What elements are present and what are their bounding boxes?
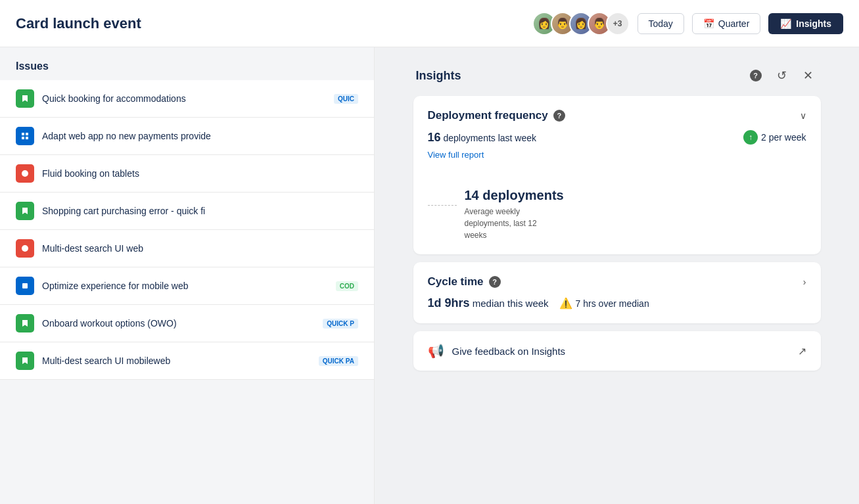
card-title-row: Cycle time ? xyxy=(428,275,501,288)
issue-text: Multi-dest search UI mobileweb xyxy=(42,355,311,366)
cycle-time-card: Cycle time ? › 1d 9hrs median this week … xyxy=(413,262,821,323)
deployment-frequency-card: Deployment frequency ? ∨ 16 deployments … xyxy=(413,96,821,254)
svg-rect-2 xyxy=(22,137,24,139)
issue-text: Adapt web app no new payments provide xyxy=(42,131,358,141)
issue-badge: QUICK PA xyxy=(319,356,358,366)
cycle-time-stats: 1d 9hrs median this week ⚠️ 7 hrs over m… xyxy=(428,296,806,310)
deployment-stats: 16 deployments last week ↑ 2 per week xyxy=(428,130,806,145)
feedback-left: 📢 Give feedback on Insights xyxy=(428,343,566,359)
issue-badge: QUICK P xyxy=(323,319,358,329)
list-item[interactable]: Quick booking for accommodations QUIC xyxy=(0,80,374,118)
chart-label: 14 deployments Average weeklydeployments… xyxy=(465,188,564,241)
svg-point-5 xyxy=(22,245,28,252)
external-link-icon: ↗ xyxy=(798,345,806,357)
card-title: Cycle time xyxy=(428,275,484,288)
issue-text: Quick booking for accommodations xyxy=(42,93,326,104)
card-header: Cycle time ? › xyxy=(428,275,806,288)
deployment-collapse-chevron[interactable]: ∨ xyxy=(800,110,806,121)
svg-rect-1 xyxy=(26,133,28,135)
insights-panel-title: Insights xyxy=(416,69,461,83)
issue-icon-square xyxy=(16,277,34,295)
svg-rect-0 xyxy=(22,133,24,135)
feedback-label: Give feedback on Insights xyxy=(452,346,566,357)
issue-icon-bookmark xyxy=(16,89,34,108)
insights-container: Insights ? ↺ ✕ Deployment xyxy=(413,60,821,371)
today-button[interactable]: Today xyxy=(638,13,684,34)
avatar-group: 👩 👨 👩 👨 +3 xyxy=(532,12,630,35)
megaphone-icon: 📢 xyxy=(428,343,444,359)
feedback-card[interactable]: 📢 Give feedback on Insights ↗ xyxy=(413,331,821,371)
insights-panel-icons: ? ↺ ✕ xyxy=(746,66,818,85)
chart-bars xyxy=(428,169,457,241)
issue-icon-bookmark xyxy=(16,352,34,370)
issue-icon-bookmark xyxy=(16,314,34,332)
main-layout: Issues Quick booking for accommodations … xyxy=(0,47,859,504)
issue-text: Optimize experience for mobile web xyxy=(42,281,328,291)
refresh-icon: ↺ xyxy=(777,68,787,83)
cycle-time-help-icon[interactable]: ? xyxy=(489,276,501,288)
issue-icon-circle xyxy=(16,164,34,183)
deployment-help-icon[interactable]: ? xyxy=(553,110,565,122)
refresh-button[interactable]: ↺ xyxy=(772,66,792,85)
calendar-icon: 📅 xyxy=(703,18,714,29)
up-arrow-icon: ↑ xyxy=(743,130,758,145)
issue-text: Shopping cart purchasing error - quick f… xyxy=(42,206,358,216)
close-button[interactable]: ✕ xyxy=(799,66,818,85)
issue-icon-grid xyxy=(16,127,34,145)
insights-panel: Insights ? ↺ ✕ Deployment xyxy=(375,47,859,504)
svg-rect-6 xyxy=(22,283,28,288)
svg-rect-3 xyxy=(26,137,28,139)
card-title: Deployment frequency xyxy=(428,109,548,122)
list-item[interactable]: Multi-dest search UI web xyxy=(0,230,374,267)
cycle-time-median: 1d 9hrs median this week xyxy=(428,296,549,310)
cycle-time-expand-chevron[interactable]: › xyxy=(803,277,806,287)
issue-icon-bookmark xyxy=(16,202,34,220)
list-item[interactable]: Optimize experience for mobile web COD xyxy=(0,267,374,305)
chart-big-number: 14 deployments xyxy=(465,188,564,203)
list-item[interactable]: Onboard workout options (OWO) QUICK P xyxy=(0,305,374,342)
deployment-count-stat: 16 deployments last week xyxy=(428,131,537,145)
chart-icon: 📈 xyxy=(780,18,791,29)
deployment-chart: 14 deployments Average weeklydeployments… xyxy=(428,169,806,241)
issues-panel: Issues Quick booking for accommodations … xyxy=(0,47,375,504)
list-item[interactable]: Multi-dest search UI mobileweb QUICK PA xyxy=(0,342,374,380)
help-icon: ? xyxy=(750,70,762,81)
issue-list: Quick booking for accommodations QUIC Ad… xyxy=(0,80,374,380)
close-icon: ✕ xyxy=(803,68,813,83)
list-item[interactable]: Fluid booking on tablets xyxy=(0,155,374,193)
header: Card launch event 👩 👨 👩 👨 +3 Today 📅 Qua… xyxy=(0,0,859,47)
page-title: Card launch event xyxy=(16,15,141,32)
issue-badge: COD xyxy=(336,281,358,291)
cycle-time-warning: ⚠️ 7 hrs over median xyxy=(559,297,649,309)
header-right: 👩 👨 👩 👨 +3 Today 📅 Quarter 📈 Insights xyxy=(532,12,844,35)
issue-icon-circle xyxy=(16,239,34,258)
warning-icon: ⚠️ xyxy=(559,297,572,309)
list-item[interactable]: Adapt web app no new payments provide xyxy=(0,118,374,155)
insights-button[interactable]: 📈 Insights xyxy=(768,13,843,34)
chart-subtitle: Average weeklydeployments, last 12weeks xyxy=(465,206,564,241)
card-title-row: Deployment frequency ? xyxy=(428,109,565,122)
issue-text: Onboard workout options (OWO) xyxy=(42,318,315,329)
issue-text: Fluid booking on tablets xyxy=(42,168,358,179)
issue-badge: QUIC xyxy=(334,94,358,104)
deployment-per-week-badge: ↑ 2 per week xyxy=(743,130,806,145)
card-header: Deployment frequency ? ∨ xyxy=(428,109,806,122)
svg-point-4 xyxy=(22,170,28,177)
quarter-button[interactable]: 📅 Quarter xyxy=(692,13,760,34)
list-item[interactable]: Shopping cart purchasing error - quick f… xyxy=(0,193,374,230)
help-button[interactable]: ? xyxy=(746,66,766,85)
issue-text: Multi-dest search UI web xyxy=(42,243,358,254)
issues-title: Issues xyxy=(0,47,374,80)
avatar-more[interactable]: +3 xyxy=(606,12,630,35)
view-full-report-link[interactable]: View full report xyxy=(428,150,484,160)
insights-panel-header: Insights ? ↺ ✕ xyxy=(413,60,821,96)
